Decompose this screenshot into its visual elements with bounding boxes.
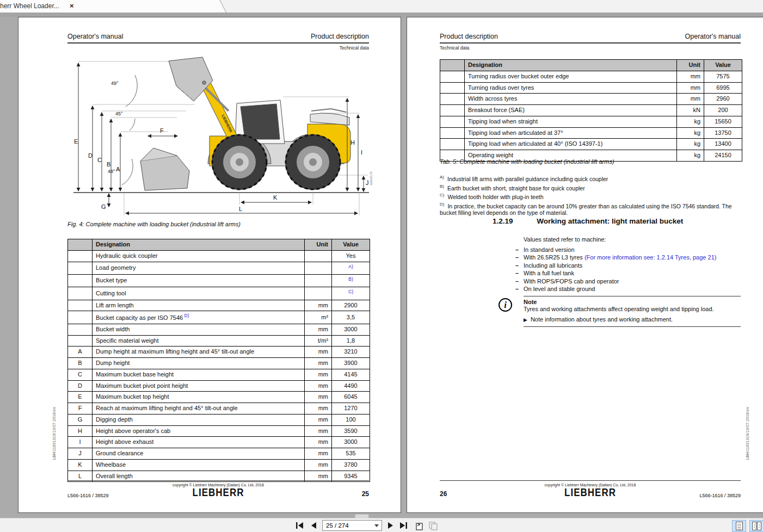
- table-row: HHeight above operator's cabmm3590: [68, 425, 370, 437]
- row-designation: Load geometry: [93, 262, 305, 274]
- svg-text:F: F: [160, 127, 164, 134]
- row-designation: Ground clearance: [93, 448, 305, 460]
- bullet-text: On level and stable ground: [524, 286, 595, 292]
- row-designation: Dump height: [93, 358, 305, 369]
- tab-title: herr Wheel Loader...: [0, 2, 59, 10]
- row-value: 24150: [704, 150, 742, 162]
- row-unit: [305, 287, 332, 300]
- next-view-button[interactable]: [428, 521, 439, 530]
- table-row: Load geometryA): [68, 262, 370, 274]
- previous-view-button[interactable]: [414, 521, 424, 530]
- cab-window: [241, 104, 280, 139]
- row-designation: Digging depth: [93, 414, 305, 425]
- row-unit: m³: [305, 311, 332, 324]
- row-designation: Maximum bucket pivot point height: [93, 380, 305, 392]
- bullet-text: With 26.5R25 L3 tyres: [524, 254, 584, 261]
- last-page-button[interactable]: [398, 521, 409, 530]
- row-designation: Maximum bucket base height: [93, 369, 305, 380]
- row-value: 3780: [332, 459, 370, 471]
- page-header-right: Product description: [311, 33, 369, 40]
- first-page-button[interactable]: [294, 521, 305, 530]
- row-value: A): [332, 262, 370, 274]
- footnote-ref-mark: C): [440, 193, 444, 197]
- row-key: I: [68, 437, 93, 448]
- row-designation: Tipping load when articulated at 37°: [465, 127, 677, 139]
- col-value: Value: [332, 239, 370, 251]
- row-value: 3000: [332, 437, 370, 448]
- row-key: E: [68, 392, 93, 403]
- footnote-text: Welded tooth holder with plug-in teeth: [447, 194, 543, 200]
- lowered-bucket: [140, 156, 189, 190]
- spec-table-right: Designation Unit Value Turning radius ov…: [440, 59, 742, 162]
- list-item: –On level and stable ground: [515, 286, 744, 292]
- row-value: 200: [704, 105, 742, 116]
- cross-reference-link[interactable]: (For more information see: 1.2.14 Tyres,…: [584, 254, 717, 261]
- row-key: [68, 311, 93, 324]
- table-row: Breakout force (SAE)kN200: [440, 105, 742, 116]
- next-page-button[interactable]: [385, 521, 396, 530]
- list-item: –With 26.5R25 L3 tyres (For more informa…: [515, 254, 744, 261]
- hood-top: [310, 113, 349, 125]
- row-value: 3,5: [332, 311, 370, 324]
- footnote-ref: B): [348, 276, 353, 282]
- table-row: EMaximum bucket top heightmm6045: [68, 392, 370, 403]
- values-intro: Values stated refer to machine:: [524, 236, 606, 243]
- footnote-ref: A): [348, 264, 353, 269]
- bullet-dash-icon: –: [515, 254, 524, 261]
- col-designation: Designation: [93, 239, 305, 251]
- row-unit: kg: [677, 127, 704, 139]
- footnotes-block: A)Industrial lift arms with parallel gui…: [440, 174, 742, 216]
- row-value: 1270: [332, 403, 370, 415]
- angle-labels: 49° 45° 48°: [108, 81, 123, 174]
- bullet-dash-icon: –: [515, 270, 524, 276]
- spec-table-left: Designation Unit Value Hydraulic quick c…: [67, 239, 370, 482]
- header-rule: [440, 42, 741, 44]
- note-label: Note: [524, 299, 537, 305]
- facing-pages-view-button[interactable]: [749, 520, 763, 532]
- tab-close-icon[interactable]: ×: [70, 2, 74, 10]
- drawing-code: b0003175: [370, 172, 373, 185]
- page-subheader: Technical data: [440, 45, 469, 51]
- table-row: Lift arm lengthmm2900: [68, 300, 370, 311]
- row-unit: [305, 274, 332, 287]
- note-rule-top: [524, 296, 741, 296]
- svg-text:A: A: [116, 166, 120, 172]
- bullet-dash-icon: –: [515, 246, 524, 253]
- note-rule-bottom: [524, 326, 741, 327]
- row-key: [68, 262, 93, 274]
- document-tab[interactable]: herr Wheel Loader... ×: [0, 0, 231, 13]
- row-unit: mm: [305, 425, 332, 437]
- svg-text:H: H: [350, 139, 355, 146]
- row-key: [68, 335, 93, 347]
- previous-page-button[interactable]: [308, 521, 319, 530]
- footnote-ref-mark: A): [440, 175, 444, 180]
- svg-text:G: G: [101, 203, 106, 210]
- document-canvas: Operator's manual Product description Te…: [0, 17, 763, 518]
- col-unit: Unit: [305, 239, 332, 251]
- row-unit: [305, 250, 332, 262]
- svg-text:48°: 48°: [108, 169, 115, 174]
- pdf-page-25: Operator's manual Product description Te…: [18, 17, 401, 513]
- table-row: Tipping load when straightkg15650: [440, 116, 742, 127]
- row-value: 535: [332, 448, 370, 460]
- page-dropdown-caret[interactable]: [374, 524, 379, 527]
- row-key: [440, 105, 465, 116]
- row-designation: Tipping load when articulated at 40° (IS…: [465, 139, 677, 150]
- row-designation: Bucket capacity as per ISO 7546 D): [93, 311, 305, 324]
- row-value: 7575: [704, 71, 742, 82]
- row-value: 6995: [704, 82, 742, 94]
- row-value: 4145: [332, 369, 370, 380]
- footnote-item: C)Welded tooth holder with plug-in teeth: [440, 191, 742, 201]
- single-page-view-button[interactable]: [732, 520, 746, 532]
- row-value: B): [332, 274, 370, 287]
- facing-pages-icon: [752, 522, 761, 530]
- row-key: [68, 324, 93, 335]
- row-key: C: [68, 369, 93, 380]
- table-row: Cutting toolC): [68, 287, 370, 300]
- row-unit: mm: [305, 459, 332, 471]
- page-number-input[interactable]: [322, 520, 382, 531]
- row-unit: mm: [305, 347, 332, 358]
- row-key: J: [68, 448, 93, 460]
- print-code-vertical: LBH/11831319/13/07-2016/en: [746, 392, 749, 460]
- splitter-grip[interactable]: [355, 514, 369, 518]
